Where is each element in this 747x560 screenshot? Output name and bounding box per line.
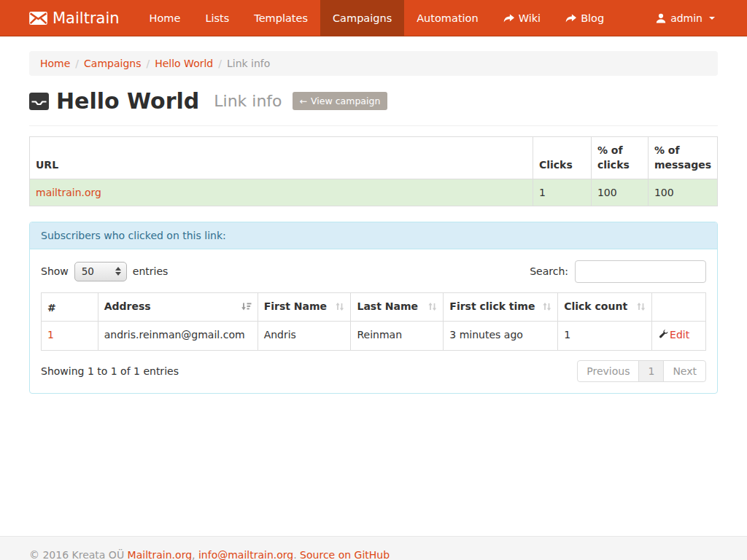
breadcrumb-campaign-name[interactable]: Hello World [155,58,213,69]
brand-name: Mailtrain [53,9,120,27]
subscriber-first-name: Andris [258,322,351,350]
share-icon [565,14,576,23]
select-spinner-icon [115,267,121,276]
subscriber-last-name: Reinman [351,322,444,350]
view-campaign-button[interactable]: ← View campaign [293,92,388,110]
copyright-text: © 2016 Kreata OÜ [29,549,124,560]
left-arrow-icon: ← [300,96,307,106]
subscriber-click-count: 1 [558,322,652,350]
sort-both-icon [542,300,551,315]
share-icon [503,14,514,23]
search-input[interactable] [575,260,706,283]
user-icon [656,13,666,23]
divider [29,125,718,126]
breadcrumb-current: Link info [227,58,270,69]
nav-item-automation[interactable]: Automation [404,0,490,36]
subscriber-index: 1 [47,329,54,341]
page-title: Hello World Link info [29,88,282,114]
brand-logo[interactable]: Mailtrain [29,0,137,36]
sort-asc-icon [241,300,252,315]
search-label: Search: [530,265,568,277]
subscriber-first-click: 3 minutes ago [444,322,558,350]
nav-item-wiki[interactable]: Wiki [491,0,553,36]
subscriber-row: 1 andris.reinman@gmail.com Andris Reinma… [42,322,706,350]
chevron-down-icon [709,17,715,20]
table-info: Showing 1 to 1 of 1 entries [41,365,179,377]
link-row: mailtrain.org 1 100 100 [30,179,718,206]
nav-item-campaigns[interactable]: Campaigns [320,0,404,36]
wrench-icon [658,330,668,340]
sort-both-icon [427,300,437,315]
edit-subscriber-link[interactable]: Edit [658,327,689,342]
navbar: Mailtrain Home Lists Templates Campaigns… [0,0,747,36]
inbox-icon [29,93,49,110]
link-clicks: 1 [533,179,591,206]
subs-col-address[interactable]: Address [98,292,258,321]
subs-col-click-count[interactable]: Click count [558,292,652,321]
nav-item-templates[interactable]: Templates [241,0,320,36]
pagination-previous[interactable]: Previous [577,360,639,382]
nav-item-lists[interactable]: Lists [193,0,241,36]
sort-both-icon [636,300,646,315]
user-name: admin [670,12,703,24]
subscribers-table: # Address [41,292,706,351]
subs-col-actions [652,292,706,321]
sort-both-icon [335,300,344,315]
user-menu[interactable]: admin [653,0,718,36]
link-url[interactable]: mailtrain.org [36,187,101,198]
subs-col-first-click[interactable]: First click time [444,292,558,321]
page-header: Hello World Link info ← View campaign [29,88,718,114]
footer-site-link[interactable]: Mailtrain.org [128,549,192,560]
footer-email-link[interactable]: info@mailtrain.org [198,549,293,560]
link-pct-clicks: 100 [591,179,648,206]
pagination: Previous 1 Next [577,360,706,382]
pagination-next[interactable]: Next [663,360,706,382]
page-body: Home/Campaigns/Hello World/Link info Hel… [0,51,747,536]
main-nav: Home Lists Templates Campaigns Automatio… [137,0,617,36]
nav-item-home[interactable]: Home [137,0,193,36]
links-table: URL Clicks % of clicks % of messages mai… [29,136,718,206]
subscribers-panel: Subscribers who clicked on this link: Sh… [29,222,718,394]
breadcrumb: Home/Campaigns/Hello World/Link info [29,51,718,76]
subs-col-first-name[interactable]: First Name [258,292,351,321]
envelope-icon [29,12,47,25]
link-pct-messages: 100 [648,179,717,206]
breadcrumb-campaigns[interactable]: Campaigns [84,58,141,69]
search-control: Search: [530,260,706,283]
links-col-url: URL [30,137,533,179]
links-col-clicks: Clicks [533,137,591,179]
page-length-control: Show 50 entries [41,262,168,281]
breadcrumb-home[interactable]: Home [40,58,70,69]
subscriber-address: andris.reinman@gmail.com [98,322,258,350]
links-col-pct-clicks: % of clicks [591,137,648,179]
nav-item-blog[interactable]: Blog [553,0,616,36]
subs-col-index[interactable]: # [42,292,98,321]
panel-title: Subscribers who clicked on this link: [30,222,717,249]
subs-col-last-name[interactable]: Last Name [351,292,444,321]
page-subtitle: Link info [214,92,282,110]
footer: © 2016 Kreata OÜ Mailtrain.org, info@mai… [0,536,747,560]
footer-source-link[interactable]: Source on GitHub [300,549,390,560]
page-length-select[interactable]: 50 [74,262,127,281]
links-col-pct-messages: % of messages [648,137,717,179]
pagination-page-1[interactable]: 1 [638,360,664,382]
